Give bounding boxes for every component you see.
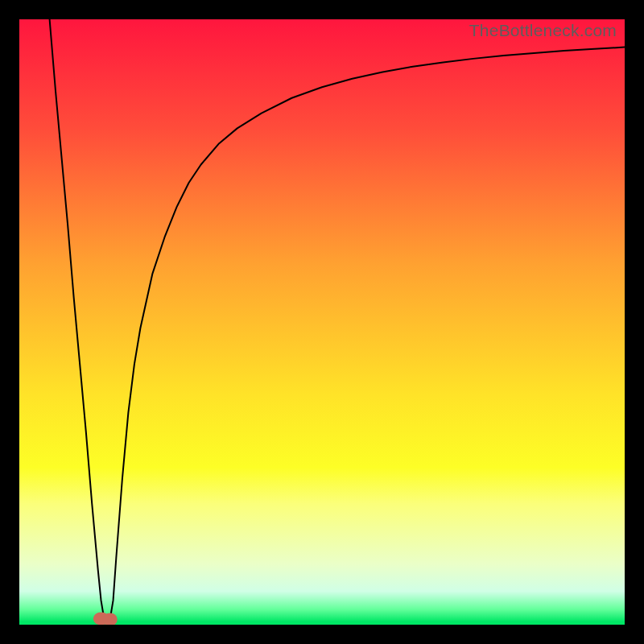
plot-area: TheBottleneck.com xyxy=(19,19,625,625)
chart-frame: TheBottleneck.com xyxy=(0,0,644,644)
watermark-text: TheBottleneck.com xyxy=(469,21,617,40)
bottleneck-curve xyxy=(19,19,625,625)
optimal-point-marker xyxy=(93,612,118,625)
